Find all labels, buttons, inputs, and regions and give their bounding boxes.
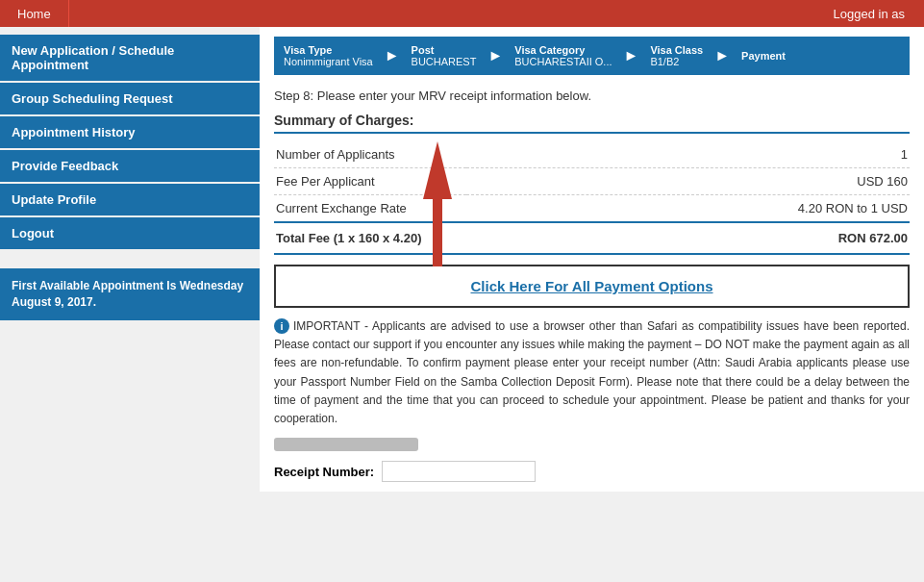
breadcrumb: Visa Type Nonimmigrant Visa ► Post BUCHA… xyxy=(274,37,910,75)
breadcrumb-arrow-1: ► xyxy=(383,47,402,64)
sidebar-item-new-application[interactable]: New Application / Schedule Appointment xyxy=(0,35,260,81)
breadcrumb-arrow-2: ► xyxy=(486,47,505,64)
charge-label-fee: Fee Per Applicant xyxy=(274,168,466,195)
charge-value-applicants: 1 xyxy=(466,141,910,168)
receipt-number-input[interactable] xyxy=(382,461,536,482)
charge-value-fee: USD 160 xyxy=(466,168,910,195)
breadcrumb-step-visa-category: Visa Category BUCHARESTAII O... xyxy=(505,37,621,75)
sidebar-item-update-profile[interactable]: Update Profile xyxy=(0,184,260,215)
sidebar-item-provide-feedback[interactable]: Provide Feedback xyxy=(0,150,260,182)
sidebar-item-group-scheduling[interactable]: Group Scheduling Request xyxy=(0,83,260,114)
receipt-section: Receipt Number: xyxy=(274,461,910,482)
sidebar-item-logout[interactable]: Logout xyxy=(0,217,260,249)
receipt-label: Receipt Number: xyxy=(274,465,374,479)
total-label: Total Fee (1 x 160 x 4.20) xyxy=(274,222,466,254)
charge-label-exchange: Current Exchange Rate xyxy=(274,195,466,223)
breadcrumb-arrow-3: ► xyxy=(622,47,641,64)
home-button[interactable]: Home xyxy=(0,0,69,27)
table-row: Current Exchange Rate 4.20 RON to 1 USD xyxy=(274,195,910,223)
payment-options-button[interactable]: Click Here For All Payment Options xyxy=(470,278,712,294)
main-layout: New Application / Schedule Appointment G… xyxy=(0,27,924,492)
charge-value-exchange: 4.20 RON to 1 USD xyxy=(466,195,910,223)
first-available-appointment: First Available Appointment Is Wednesday… xyxy=(0,268,260,320)
content-area: Visa Type Nonimmigrant Visa ► Post BUCHA… xyxy=(260,27,924,492)
important-notice: iIMPORTANT - Applicants are advised to u… xyxy=(274,317,910,428)
total-value: RON 672.00 xyxy=(466,222,910,254)
breadcrumb-step-payment: Payment xyxy=(732,42,795,69)
charges-table: Number of Applicants 1 Fee Per Applicant… xyxy=(274,141,910,255)
total-row: Total Fee (1 x 160 x 4.20) RON 672.00 xyxy=(274,222,910,254)
breadcrumb-step-visa-type: Visa Type Nonimmigrant Visa xyxy=(274,37,383,75)
table-row: Number of Applicants 1 xyxy=(274,141,910,168)
progress-bar xyxy=(274,438,418,451)
step-instruction: Step 8: Please enter your MRV receipt in… xyxy=(274,89,910,103)
table-row: Fee Per Applicant USD 160 xyxy=(274,168,910,195)
info-icon: i xyxy=(274,318,289,334)
payment-button-container: Click Here For All Payment Options xyxy=(274,265,910,308)
sidebar-item-appointment-history[interactable]: Appointment History xyxy=(0,116,260,148)
charge-label-applicants: Number of Applicants xyxy=(274,141,466,168)
top-navigation: Home Logged in as xyxy=(0,0,924,27)
breadcrumb-arrow-4: ► xyxy=(712,47,732,64)
breadcrumb-step-post: Post BUCHAREST xyxy=(402,37,487,75)
summary-title: Summary of Charges: xyxy=(274,113,910,134)
breadcrumb-step-visa-class: Visa Class B1/B2 xyxy=(640,37,712,75)
sidebar: New Application / Schedule Appointment G… xyxy=(0,27,260,492)
logged-in-status: Logged in as xyxy=(834,7,905,21)
charges-section: Number of Applicants 1 Fee Per Applicant… xyxy=(274,141,910,255)
